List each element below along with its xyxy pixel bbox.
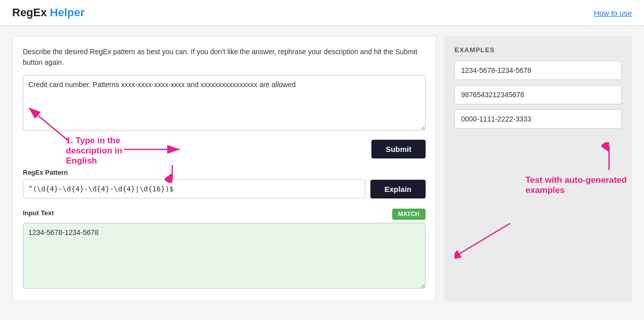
logo-regex: RegEx [12, 6, 47, 19]
description-textarea[interactable] [23, 75, 426, 131]
input-text-area[interactable] [23, 223, 426, 289]
input-area-arrow-svg [454, 218, 515, 259]
examples-arrow-container [601, 142, 617, 175]
submit-arrow-container [124, 142, 185, 157]
examples-title: EXAMPLES [454, 46, 622, 54]
textarea-wrapper: 1. Type in the description in English [23, 75, 426, 133]
instruction-text: Describe the desired RegEx pattern as be… [23, 47, 426, 68]
example-input-1[interactable] [454, 61, 622, 80]
regex-row: Explain [23, 179, 426, 198]
input-area-arrow-container [454, 218, 515, 261]
app-header: RegEx Helper How to use [0, 0, 644, 26]
examples-annotation: Test with auto-generated examples [525, 175, 627, 195]
logo-helper: Helper [47, 6, 85, 19]
main-layout: Describe the desired RegEx pattern as be… [0, 26, 644, 311]
logo: RegEx Helper [12, 6, 85, 19]
example-input-3[interactable] [454, 109, 622, 129]
how-to-use-link[interactable]: How to use [594, 9, 632, 17]
submit-row: Submit [23, 140, 426, 158]
input-text-header: Input Text MATCH [23, 209, 426, 220]
examples-up-arrow-svg [601, 142, 617, 173]
regex-input[interactable] [23, 179, 365, 198]
right-panel: EXAMPLES Test with auto-generated exampl… [444, 36, 632, 301]
example-input-2[interactable] [454, 85, 622, 104]
regex-section: RegEx Pattern Explain [23, 169, 426, 198]
input-text-label: Input Text [23, 209, 54, 217]
left-panel: Describe the desired RegEx pattern as be… [12, 36, 436, 301]
regex-section-label: RegEx Pattern [23, 169, 426, 176]
submit-button[interactable]: Submit [371, 140, 426, 158]
svg-line-9 [460, 223, 510, 254]
submit-arrow-svg [124, 142, 185, 157]
explain-button[interactable]: Explain [370, 180, 426, 198]
input-text-section: Input Text MATCH [23, 209, 426, 291]
match-badge: MATCH [392, 209, 426, 220]
